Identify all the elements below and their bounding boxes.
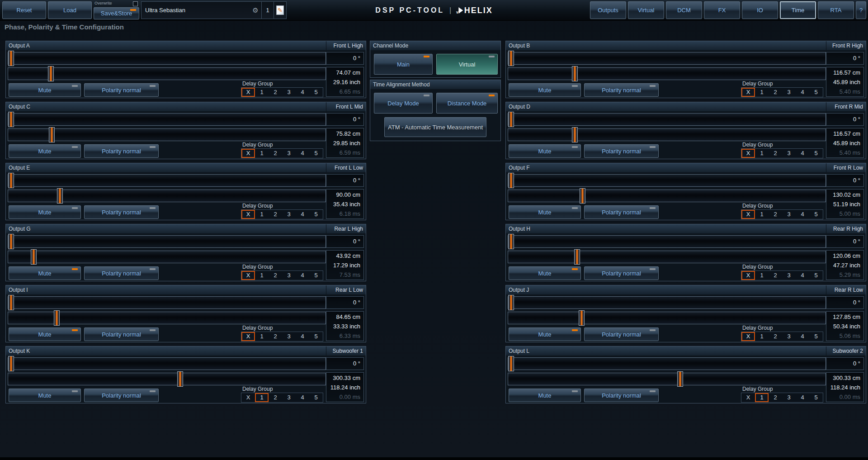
- delay-group-option-4[interactable]: 4: [796, 149, 809, 158]
- delay-group-option-4[interactable]: 4: [296, 210, 309, 219]
- delay-group-option-3[interactable]: 3: [282, 149, 296, 158]
- delay-group-option-2[interactable]: 2: [269, 332, 282, 341]
- delay-group-option-5[interactable]: 5: [809, 393, 823, 402]
- delay-group-option-1[interactable]: 1: [255, 210, 269, 219]
- delay-group-option-4[interactable]: 4: [796, 88, 809, 97]
- delay-group-option-1[interactable]: 1: [755, 149, 769, 158]
- load-button[interactable]: Load: [48, 1, 92, 19]
- tab-help[interactable]: ?: [856, 1, 866, 19]
- delay-group-option-x[interactable]: X: [741, 271, 755, 280]
- phase-slider-handle[interactable]: [508, 234, 514, 249]
- mute-button[interactable]: Mute: [509, 389, 581, 402]
- phase-slider-handle[interactable]: [508, 173, 514, 188]
- delay-group-option-5[interactable]: 5: [809, 271, 823, 280]
- delay-group-option-2[interactable]: 2: [269, 149, 282, 158]
- delay-group-option-x[interactable]: X: [741, 88, 755, 97]
- distance-slider[interactable]: [8, 373, 326, 385]
- distance-value-box[interactable]: 74.07 cm 29.16 inch 6.65 ms: [326, 67, 364, 97]
- delay-group-option-1[interactable]: 1: [255, 332, 269, 341]
- delay-group-option-5[interactable]: 5: [309, 332, 323, 341]
- distance-value-box[interactable]: 116.57 cm 45.89 inch 5.40 ms: [826, 67, 864, 97]
- delay-group-option-4[interactable]: 4: [796, 332, 809, 341]
- mute-button[interactable]: Mute: [509, 327, 581, 341]
- delay-group-option-x[interactable]: X: [241, 88, 255, 97]
- delay-group-option-1[interactable]: 1: [755, 271, 769, 280]
- delay-group-option-x[interactable]: X: [741, 149, 755, 158]
- phase-value-field[interactable]: 0 °: [326, 113, 364, 126]
- distance-value-box[interactable]: 75.82 cm 29.85 inch 6.59 ms: [326, 128, 364, 158]
- phase-slider[interactable]: [8, 357, 326, 370]
- delay-group-option-x[interactable]: X: [241, 271, 255, 280]
- delay-group-option-2[interactable]: 2: [769, 271, 782, 280]
- tab-io[interactable]: IO: [742, 1, 778, 19]
- distance-value-box[interactable]: 300.33 cm 118.24 inch 0.00 ms: [326, 372, 364, 402]
- tab-time[interactable]: Time: [780, 1, 816, 19]
- distance-slider-handle[interactable]: [48, 66, 54, 81]
- phase-value-field[interactable]: 0 °: [826, 52, 864, 65]
- distance-slider[interactable]: [508, 373, 826, 385]
- mute-button[interactable]: Mute: [509, 205, 581, 219]
- distance-value-box[interactable]: 300.33 cm 118.24 inch 0.00 ms: [826, 372, 864, 402]
- delay-group-option-5[interactable]: 5: [309, 393, 323, 402]
- phase-slider[interactable]: [8, 235, 326, 248]
- polarity-button[interactable]: Polarity normal: [84, 266, 159, 280]
- delay-group-option-5[interactable]: 5: [309, 271, 323, 280]
- polarity-button[interactable]: Polarity normal: [84, 144, 159, 158]
- tab-fx[interactable]: FX: [704, 1, 740, 19]
- phase-slider[interactable]: [508, 113, 826, 126]
- delay-group-option-x[interactable]: X: [241, 210, 255, 219]
- distance-slider[interactable]: [508, 312, 826, 324]
- delay-group-option-3[interactable]: 3: [782, 271, 796, 280]
- phase-slider-handle[interactable]: [508, 356, 514, 371]
- tab-outputs[interactable]: Outputs: [590, 1, 626, 19]
- delay-group-option-5[interactable]: 5: [809, 332, 823, 341]
- tab-rta[interactable]: RTA: [818, 1, 854, 19]
- distance-value-box[interactable]: 116.57 cm 45.89 inch 5.40 ms: [826, 128, 864, 158]
- polarity-button[interactable]: Polarity normal: [584, 83, 659, 97]
- delay-group-option-1[interactable]: 1: [255, 271, 269, 280]
- polarity-button[interactable]: Polarity normal: [584, 389, 659, 402]
- delay-group-option-1[interactable]: 1: [255, 88, 269, 97]
- delay-group-option-3[interactable]: 3: [782, 332, 796, 341]
- distance-slider-handle[interactable]: [574, 249, 580, 265]
- phase-slider[interactable]: [508, 174, 826, 187]
- mute-button[interactable]: Mute: [9, 205, 81, 219]
- delay-group-option-x[interactable]: X: [241, 149, 255, 158]
- phase-value-field[interactable]: 0 °: [826, 235, 864, 248]
- phase-value-field[interactable]: 0 °: [826, 296, 864, 309]
- phase-slider[interactable]: [8, 113, 326, 126]
- distance-slider[interactable]: [8, 67, 326, 80]
- mute-button[interactable]: Mute: [9, 83, 81, 97]
- phase-slider[interactable]: [8, 174, 326, 187]
- delay-group-option-5[interactable]: 5: [309, 88, 323, 97]
- delay-group-option-4[interactable]: 4: [296, 332, 309, 341]
- distance-slider-handle[interactable]: [579, 310, 585, 326]
- delay-group-option-3[interactable]: 3: [782, 88, 796, 97]
- delay-group-option-3[interactable]: 3: [282, 271, 296, 280]
- distance-slider[interactable]: [8, 128, 326, 141]
- atm-button[interactable]: ATM - Automatic Time Measurement: [384, 117, 486, 137]
- distance-slider-handle[interactable]: [57, 188, 63, 204]
- delay-group-option-2[interactable]: 2: [769, 332, 782, 341]
- polarity-button[interactable]: Polarity normal: [84, 327, 159, 341]
- phase-value-field[interactable]: 0 °: [826, 113, 864, 126]
- delay-group-option-2[interactable]: 2: [769, 88, 782, 97]
- phase-value-field[interactable]: 0 °: [326, 296, 364, 309]
- phase-slider-handle[interactable]: [8, 51, 14, 66]
- reset-button[interactable]: Reset: [2, 1, 46, 19]
- phase-slider-handle[interactable]: [508, 112, 514, 127]
- phase-slider-handle[interactable]: [8, 295, 14, 310]
- main-mode-button[interactable]: Main: [374, 54, 433, 75]
- phase-slider-handle[interactable]: [508, 51, 514, 66]
- delay-group-option-5[interactable]: 5: [309, 149, 323, 158]
- delay-group-option-2[interactable]: 2: [769, 393, 782, 402]
- phase-value-field[interactable]: 0 °: [326, 174, 364, 187]
- delay-group-option-2[interactable]: 2: [769, 210, 782, 219]
- distance-slider[interactable]: [508, 128, 826, 141]
- gear-icon[interactable]: ⚙: [250, 2, 261, 19]
- delay-group-option-3[interactable]: 3: [282, 88, 296, 97]
- delay-group-option-3[interactable]: 3: [282, 210, 296, 219]
- delay-group-option-4[interactable]: 4: [796, 210, 809, 219]
- delay-mode-button[interactable]: Delay Mode: [374, 93, 433, 114]
- delay-group-option-4[interactable]: 4: [296, 149, 309, 158]
